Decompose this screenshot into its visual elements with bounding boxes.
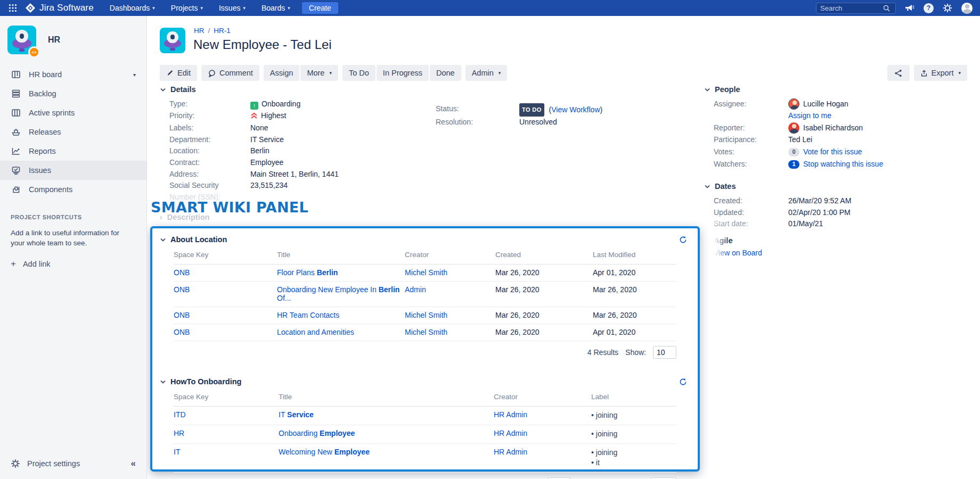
app-switcher-icon[interactable] bbox=[7, 3, 18, 13]
sidebar-item-hr-board[interactable]: HR board ▾ bbox=[0, 65, 146, 84]
export-button[interactable]: Export ▾ bbox=[914, 65, 967, 81]
details-section: Details Type: ↑Onboarding Priority: High… bbox=[160, 85, 698, 203]
creator-link[interactable]: HR Admin bbox=[494, 429, 527, 437]
create-button[interactable]: Create bbox=[302, 2, 338, 14]
breadcrumb-issue-link[interactable]: HR-1 bbox=[214, 27, 231, 35]
sidebar-item-releases[interactable]: Releases bbox=[0, 122, 146, 142]
address-label: Address: bbox=[169, 169, 250, 180]
annotation-fade-overlay bbox=[697, 232, 729, 266]
creator-link[interactable]: HR Admin bbox=[494, 448, 527, 456]
user-avatar[interactable] bbox=[961, 3, 973, 14]
creator-link[interactable]: Michel Smith bbox=[405, 268, 447, 277]
megaphone-icon[interactable] bbox=[905, 4, 914, 12]
sidebar-item-active-sprints[interactable]: Active sprints bbox=[0, 103, 146, 122]
vote-link[interactable]: Vote for this issue bbox=[803, 147, 862, 156]
people-section-header[interactable]: People bbox=[704, 85, 965, 94]
dates-section-header[interactable]: Dates bbox=[704, 182, 928, 191]
twisty-down-icon bbox=[704, 185, 710, 188]
search-input[interactable] bbox=[820, 4, 883, 12]
edit-button[interactable]: Edit bbox=[160, 65, 197, 81]
creator-link[interactable]: Admin bbox=[405, 285, 426, 294]
created-value: 26/Mar/20 9:52 AM bbox=[788, 195, 928, 207]
label-cell: joining it bbox=[591, 444, 676, 473]
space-key-link[interactable]: ITD bbox=[174, 410, 186, 419]
resolution-label: Resolution: bbox=[436, 117, 519, 128]
done-transition-button[interactable]: Done bbox=[430, 65, 461, 81]
comment-button[interactable]: Comment bbox=[201, 65, 259, 81]
sidebar-item-label: Issues bbox=[29, 166, 51, 175]
menu-label: Issues bbox=[219, 4, 240, 12]
project-settings-button[interactable]: Project settings « bbox=[0, 453, 146, 474]
admin-button[interactable]: Admin ▾ bbox=[466, 65, 508, 81]
add-link-label: Add link bbox=[23, 260, 51, 268]
page-title-link[interactable]: Floor Plans Berlin bbox=[277, 268, 338, 277]
todo-transition-button[interactable]: To Do bbox=[342, 65, 375, 81]
sidebar-item-label: Active sprints bbox=[29, 109, 75, 117]
space-key-link[interactable]: ONB bbox=[174, 268, 190, 277]
space-key-link[interactable]: ONB bbox=[174, 328, 190, 336]
page-title-link[interactable]: IT Service bbox=[279, 410, 314, 419]
page-title-link[interactable]: Onboarding New Employee In Berlin Of... bbox=[277, 285, 399, 302]
collapse-sidebar-icon[interactable]: « bbox=[131, 458, 136, 469]
issue-title: New Employee - Ted Lei bbox=[193, 37, 332, 52]
space-key-link[interactable]: HR bbox=[174, 429, 184, 437]
votes-label: Votes: bbox=[714, 146, 788, 158]
view-workflow-link[interactable]: View Workflow bbox=[551, 105, 600, 114]
project-avatar[interactable]: <> bbox=[7, 26, 36, 54]
reporter-label: Reporter: bbox=[714, 122, 788, 134]
sidebar-item-backlog[interactable]: Backlog bbox=[0, 84, 146, 103]
page-title-link[interactable]: Welcoming New Employee bbox=[279, 448, 370, 456]
reporter-avatar bbox=[788, 122, 799, 134]
creator-link[interactable]: HR Admin bbox=[494, 410, 527, 419]
space-key-link[interactable]: IT bbox=[174, 448, 180, 456]
sidebar-item-reports[interactable]: Reports bbox=[0, 142, 146, 161]
menu-projects[interactable]: Projects ▾ bbox=[171, 4, 203, 12]
add-link-button[interactable]: + Add link bbox=[11, 259, 136, 269]
modified-cell: Mar 26, 2020 bbox=[593, 307, 676, 324]
gear-icon[interactable] bbox=[943, 3, 952, 13]
chevron-down-icon: ▾ bbox=[958, 70, 961, 76]
page-title-link[interactable]: Location and Amenities bbox=[277, 328, 354, 336]
refresh-icon[interactable] bbox=[679, 236, 687, 244]
assign-to-me-link[interactable]: Assign to me bbox=[788, 111, 831, 120]
col-space-key: Space Key bbox=[174, 388, 279, 407]
show-count-input[interactable] bbox=[653, 346, 676, 359]
share-button[interactable] bbox=[887, 65, 910, 81]
chevron-down-icon[interactable]: ▾ bbox=[133, 72, 136, 78]
view-on-board-link[interactable]: View on Board bbox=[714, 249, 864, 257]
department-label: Department: bbox=[169, 134, 250, 146]
breadcrumb-project-link[interactable]: HR bbox=[194, 27, 205, 35]
issues-icon bbox=[11, 165, 21, 176]
comment-label: Comment bbox=[219, 69, 253, 77]
more-button[interactable]: More ▾ bbox=[300, 65, 338, 81]
menu-dashboards[interactable]: Dashboards ▾ bbox=[110, 4, 155, 12]
col-creator: Creator bbox=[494, 388, 591, 407]
space-key-link[interactable]: ONB bbox=[174, 311, 190, 319]
in-progress-transition-button[interactable]: In Progress bbox=[377, 65, 429, 81]
twisty-down-icon[interactable] bbox=[160, 380, 166, 384]
menu-issues[interactable]: Issues ▾ bbox=[219, 4, 246, 12]
creator-link[interactable]: Michel Smith bbox=[405, 311, 447, 319]
twisty-down-icon[interactable] bbox=[160, 238, 166, 242]
shortcuts-header: PROJECT SHORTCUTS bbox=[11, 214, 136, 220]
stop-watching-link[interactable]: Stop watching this issue bbox=[803, 160, 883, 168]
space-key-link[interactable]: ONB bbox=[174, 285, 190, 294]
refresh-icon[interactable] bbox=[679, 378, 687, 386]
modified-cell: Apr 01, 2020 bbox=[593, 324, 676, 341]
sidebar-item-label: Reports bbox=[29, 147, 56, 155]
menu-boards[interactable]: Boards ▾ bbox=[262, 4, 290, 12]
sidebar-item-issues[interactable]: Issues bbox=[0, 161, 146, 180]
page-title-link[interactable]: Onboarding Employee bbox=[279, 429, 355, 437]
assign-button[interactable]: Assign bbox=[264, 65, 300, 81]
search-box[interactable] bbox=[816, 3, 896, 14]
issue-project-avatar bbox=[160, 28, 185, 53]
results-count: 4 Results bbox=[587, 348, 618, 357]
help-icon[interactable]: ? bbox=[924, 3, 934, 13]
sidebar-item-components[interactable]: Components bbox=[0, 180, 146, 199]
jira-logo[interactable]: Jira Software bbox=[26, 3, 94, 13]
details-section-header[interactable]: Details bbox=[160, 85, 698, 94]
page-title-link[interactable]: HR Team Contacts bbox=[277, 311, 339, 319]
creator-link[interactable]: Michel Smith bbox=[405, 328, 447, 336]
components-icon bbox=[11, 184, 21, 195]
ssn-value: 23,515,234 bbox=[250, 180, 698, 203]
